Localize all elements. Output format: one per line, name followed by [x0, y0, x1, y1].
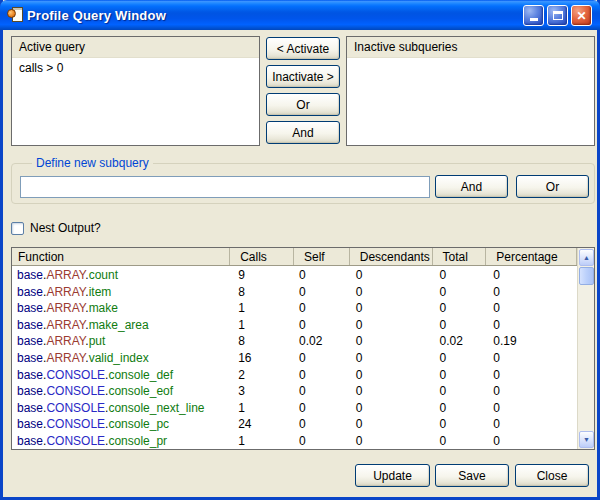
value-cell: 0 [294, 416, 350, 433]
value-cell: 0.02 [432, 333, 486, 350]
function-cell: base.ARRAY.valid_index [12, 350, 230, 367]
value-cell: 1 [230, 300, 294, 317]
table-row[interactable]: base.CONSOLE.console_next_line10000 [12, 400, 577, 417]
table-row[interactable]: base.CONSOLE.console_def20000 [12, 367, 577, 384]
table-scrollbar[interactable]: ▲ ▼ [577, 248, 594, 449]
subquery-input[interactable] [20, 176, 430, 198]
function-cell: base.CONSOLE.console_pc [12, 416, 230, 433]
value-cell: 1 [230, 400, 294, 417]
value-cell: 0 [486, 433, 577, 449]
nest-output-label: Nest Output? [30, 221, 101, 235]
value-cell: 0 [294, 267, 350, 284]
value-cell: 0 [294, 400, 350, 417]
maximize-button[interactable] [547, 5, 568, 26]
and-button[interactable]: And [266, 121, 340, 144]
window-controls: ✕ [523, 5, 592, 26]
value-cell: 16 [230, 350, 294, 367]
column-header-calls[interactable]: Calls [230, 248, 294, 265]
scroll-down-button[interactable]: ▼ [579, 431, 594, 448]
table-row[interactable]: base.CONSOLE.console_eof30000 [12, 383, 577, 400]
value-cell: 3 [230, 383, 294, 400]
scroll-thumb[interactable] [579, 267, 594, 285]
value-cell: 0 [432, 383, 486, 400]
table-row[interactable]: base.ARRAY.make10000 [12, 300, 577, 317]
value-cell: 1 [230, 433, 294, 449]
value-cell: 0 [486, 367, 577, 384]
table-row[interactable]: base.ARRAY.valid_index160000 [12, 350, 577, 367]
save-button[interactable]: Save [435, 464, 509, 487]
value-cell: 0 [432, 350, 486, 367]
table-row[interactable]: base.CONSOLE.console_pc240000 [12, 416, 577, 433]
value-cell: 1 [230, 317, 294, 334]
nest-output-checkbox[interactable] [11, 222, 24, 235]
value-cell: 0 [350, 300, 433, 317]
maximize-icon [553, 11, 563, 20]
value-cell: 0 [486, 416, 577, 433]
titlebar[interactable]: Profile Query Window ✕ [0, 0, 600, 30]
value-cell: 0 [294, 367, 350, 384]
value-cell: 0 [350, 350, 433, 367]
table-row[interactable]: base.ARRAY.put80.0200.020.19 [12, 333, 577, 350]
table-row[interactable]: base.CONSOLE.console_pr10000 [12, 433, 577, 449]
subquery-and-button[interactable]: And [435, 175, 508, 198]
value-cell: 0.19 [486, 333, 577, 350]
orange-ball-icon [7, 9, 16, 18]
column-header-descendants[interactable]: Descendants [350, 248, 433, 265]
value-cell: 0 [432, 300, 486, 317]
update-button[interactable]: Update [355, 464, 430, 487]
nest-output-row: Nest Output? [11, 221, 101, 235]
column-header-percentage[interactable]: Percentage [486, 248, 577, 265]
minimize-icon [530, 18, 538, 21]
value-cell: 0 [350, 383, 433, 400]
column-header-total[interactable]: Total [433, 248, 487, 265]
value-cell: 0 [486, 350, 577, 367]
window: Profile Query Window ✕ Active query call… [0, 0, 600, 500]
table-body[interactable]: base.ARRAY.count90000base.ARRAY.item8000… [12, 267, 577, 449]
inactivate-button[interactable]: Inactivate > [266, 65, 340, 88]
value-cell: 0 [350, 433, 433, 449]
close-button[interactable]: Close [515, 464, 589, 487]
value-cell: 0 [294, 433, 350, 449]
table-row[interactable]: base.ARRAY.count90000 [12, 267, 577, 284]
function-cell: base.ARRAY.count [12, 267, 230, 284]
value-cell: 0 [294, 317, 350, 334]
column-header-self[interactable]: Self [294, 248, 350, 265]
subquery-or-button[interactable]: Or [516, 175, 589, 198]
scroll-down-icon: ▼ [583, 436, 590, 443]
value-cell: 0 [294, 383, 350, 400]
inactive-subqueries-header: Inactive subqueries [347, 37, 594, 58]
value-cell: 24 [230, 416, 294, 433]
active-query-item[interactable]: calls > 0 [12, 58, 259, 78]
window-title: Profile Query Window [27, 8, 166, 23]
value-cell: 0 [294, 284, 350, 301]
value-cell: 0 [432, 433, 486, 449]
table-row[interactable]: base.ARRAY.make_area10000 [12, 317, 577, 334]
value-cell: 8 [230, 284, 294, 301]
active-query-list[interactable]: calls > 0 [12, 58, 259, 78]
value-cell: 0 [350, 333, 433, 350]
function-cell: base.CONSOLE.console_def [12, 367, 230, 384]
value-cell: 0 [350, 317, 433, 334]
or-button[interactable]: Or [266, 93, 340, 116]
close-icon: ✕ [576, 10, 586, 22]
define-subquery-label: Define new subquery [32, 156, 153, 170]
function-cell: base.ARRAY.item [12, 284, 230, 301]
scroll-up-button[interactable]: ▲ [579, 249, 594, 266]
function-cell: base.CONSOLE.console_eof [12, 383, 230, 400]
function-cell: base.CONSOLE.console_pr [12, 433, 230, 449]
table-row[interactable]: base.ARRAY.item80000 [12, 284, 577, 301]
value-cell: 0 [486, 267, 577, 284]
value-cell: 0 [432, 267, 486, 284]
value-cell: 0 [486, 317, 577, 334]
close-window-button[interactable]: ✕ [571, 5, 592, 26]
value-cell: 0 [432, 317, 486, 334]
value-cell: 0 [350, 416, 433, 433]
app-icon [7, 7, 23, 23]
minimize-button[interactable] [523, 5, 544, 26]
activate-button[interactable]: < Activate [266, 37, 340, 60]
value-cell: 0 [432, 416, 486, 433]
value-cell: 0 [486, 300, 577, 317]
value-cell: 0 [486, 284, 577, 301]
table-header: Function Calls Self Descendants Total Pe… [12, 248, 577, 266]
column-header-function[interactable]: Function [12, 248, 230, 265]
